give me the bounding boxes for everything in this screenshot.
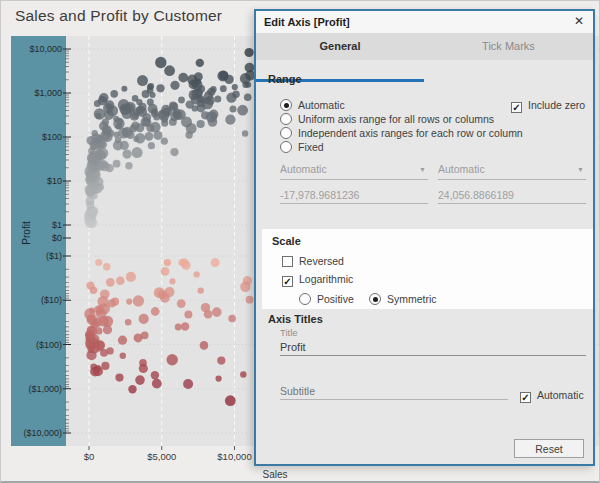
range-end-value-input[interactable] bbox=[438, 189, 586, 204]
data-point bbox=[133, 295, 144, 306]
data-point bbox=[148, 142, 155, 149]
radio-button-icon[interactable] bbox=[299, 293, 311, 305]
data-point bbox=[225, 395, 236, 406]
data-point bbox=[118, 99, 130, 111]
data-point bbox=[232, 90, 240, 98]
data-point bbox=[183, 379, 193, 389]
data-point bbox=[245, 63, 255, 73]
data-point bbox=[164, 65, 175, 76]
data-point bbox=[86, 350, 96, 360]
radio-button-icon[interactable] bbox=[280, 127, 292, 139]
radio-button-icon[interactable] bbox=[280, 99, 292, 111]
data-point bbox=[120, 141, 129, 150]
radio-uniform-axis-range[interactable]: Uniform axis range for all rows or colum… bbox=[280, 113, 494, 126]
data-point bbox=[115, 374, 123, 382]
data-point bbox=[113, 160, 121, 168]
data-point bbox=[220, 85, 227, 92]
data-point bbox=[139, 364, 148, 373]
reversed-checkbox[interactable]: Reversed bbox=[282, 255, 344, 268]
data-point bbox=[181, 261, 190, 270]
chevron-down-icon: ▼ bbox=[577, 166, 584, 173]
y-tick-label: ($1) bbox=[46, 251, 62, 261]
data-point bbox=[181, 322, 189, 330]
data-point bbox=[148, 104, 158, 114]
data-point bbox=[169, 101, 177, 109]
data-point bbox=[118, 336, 127, 345]
radio-symmetric[interactable]: Symmetric bbox=[369, 293, 437, 306]
radio-button-icon[interactable] bbox=[280, 141, 292, 153]
data-point bbox=[156, 84, 164, 92]
data-point bbox=[150, 122, 161, 133]
radio-positive[interactable]: Positive bbox=[299, 293, 354, 306]
data-point bbox=[123, 150, 132, 159]
range-start-dropdown[interactable]: Automatic ▼ bbox=[280, 163, 428, 180]
data-point bbox=[219, 71, 229, 81]
tab-tick-marks[interactable]: Tick Marks bbox=[424, 33, 593, 60]
checkbox-icon[interactable]: ✓ bbox=[511, 102, 522, 113]
data-point bbox=[194, 72, 203, 81]
x-tick-label: $10,000 bbox=[217, 451, 251, 462]
data-point bbox=[116, 277, 125, 286]
data-point bbox=[126, 299, 132, 305]
y-tick-label: ($10,000) bbox=[23, 428, 62, 438]
data-point bbox=[151, 371, 159, 379]
scale-heading: Scale bbox=[272, 235, 301, 247]
y-tick-label: $0 bbox=[52, 233, 62, 243]
data-point bbox=[242, 130, 248, 136]
y-tick-label: $1,000 bbox=[34, 88, 62, 98]
subtitle-automatic-checkbox[interactable]: ✓Automatic bbox=[520, 389, 584, 402]
data-point bbox=[228, 315, 236, 323]
radio-independent-axis-ranges[interactable]: Independent axis ranges for each row or … bbox=[280, 127, 523, 140]
reset-button[interactable]: Reset bbox=[514, 439, 584, 458]
data-point bbox=[106, 278, 115, 287]
checkbox-icon[interactable]: ✓ bbox=[282, 276, 293, 287]
y-tick-label: ($100) bbox=[36, 340, 62, 350]
data-point bbox=[240, 282, 250, 292]
radio-fixed[interactable]: Fixed bbox=[280, 141, 324, 154]
axis-subtitle-input[interactable] bbox=[280, 385, 508, 400]
data-point bbox=[246, 296, 254, 304]
data-point bbox=[126, 272, 136, 282]
data-point bbox=[161, 267, 170, 276]
data-point bbox=[216, 376, 222, 382]
application-window: Sales and Profit by Customer $10,000$1,0… bbox=[0, 0, 600, 483]
data-point bbox=[90, 367, 100, 377]
tab-general[interactable]: General bbox=[256, 33, 424, 60]
data-point bbox=[230, 105, 237, 112]
data-point bbox=[145, 132, 154, 141]
data-point bbox=[110, 90, 118, 98]
data-point bbox=[204, 310, 213, 319]
data-point bbox=[178, 97, 185, 104]
radio-button-icon[interactable] bbox=[369, 293, 381, 305]
x-tick-label: $0 bbox=[84, 451, 95, 462]
data-point bbox=[177, 299, 186, 308]
data-point bbox=[128, 385, 136, 393]
range-start-value-input[interactable] bbox=[280, 189, 428, 204]
data-point bbox=[132, 95, 139, 102]
data-point bbox=[155, 57, 166, 68]
checkbox-icon[interactable]: ✓ bbox=[520, 392, 531, 403]
checkbox-icon[interactable] bbox=[282, 256, 293, 267]
data-point bbox=[200, 341, 209, 350]
logarithmic-checkbox[interactable]: ✓Logarithmic bbox=[282, 273, 353, 286]
data-point bbox=[217, 357, 225, 365]
data-point bbox=[134, 333, 143, 342]
title-field-label: Title bbox=[280, 327, 298, 338]
data-point bbox=[103, 325, 112, 334]
radio-button-icon[interactable] bbox=[280, 113, 292, 125]
data-point bbox=[197, 120, 205, 128]
close-icon[interactable]: ✕ bbox=[571, 13, 587, 29]
radio-automatic[interactable]: Automatic bbox=[280, 99, 345, 112]
data-point bbox=[240, 371, 246, 377]
chevron-down-icon: ▼ bbox=[419, 166, 426, 173]
range-heading: Range bbox=[268, 73, 302, 85]
x-tick-label: $5,000 bbox=[147, 451, 176, 462]
include-zero-checkbox[interactable]: ✓Include zero bbox=[511, 99, 585, 112]
range-end-dropdown[interactable]: Automatic ▼ bbox=[438, 163, 586, 180]
data-point bbox=[170, 81, 179, 90]
axis-title-input[interactable] bbox=[280, 341, 586, 356]
data-point bbox=[209, 110, 218, 119]
data-point bbox=[147, 98, 154, 105]
data-point bbox=[160, 293, 170, 303]
y-tick-label: ($10) bbox=[41, 295, 62, 305]
